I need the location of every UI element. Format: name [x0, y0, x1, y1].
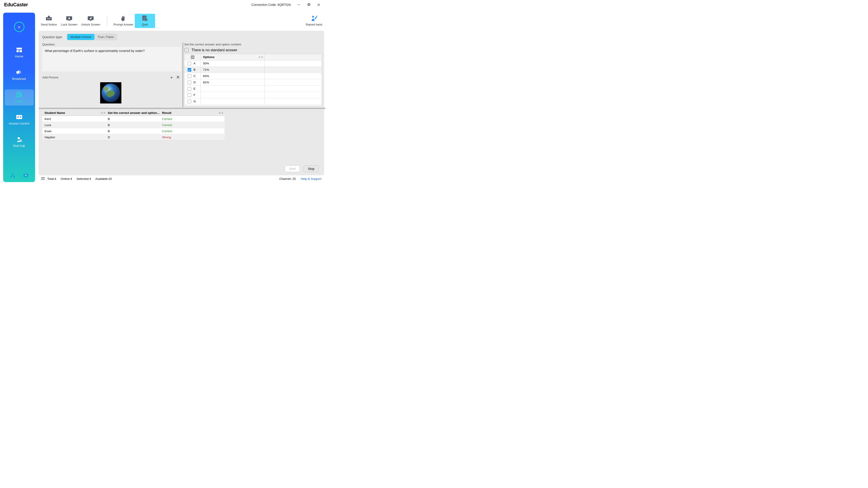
result-name: Haydon — [42, 135, 107, 139]
sidebar-item-home[interactable]: Home — [5, 45, 34, 61]
svg-point-21 — [25, 175, 26, 175]
svg-rect-7 — [20, 50, 22, 52]
earth-image — [101, 84, 120, 102]
column-expand-icon[interactable]: < > — [258, 55, 263, 59]
sidebar-item-roll-call[interactable]: Roll Call — [5, 134, 34, 150]
main-area: Send Notice Lock Screen Unlock Screen Pr… — [35, 9, 326, 183]
tool-prompt-answer[interactable]: Prompt Answer — [112, 14, 135, 28]
tool-unlock-screen[interactable]: Unlock Screen — [79, 14, 102, 28]
exam-icon — [16, 92, 23, 98]
sidebar-item-label: Home — [15, 55, 23, 58]
svg-rect-2 — [308, 4, 310, 5]
status-channel: Channel: 25 — [279, 177, 296, 181]
raised-hand-icon — [310, 15, 318, 22]
start-button[interactable]: Start — [285, 165, 300, 172]
result-row[interactable]: KentBCorrect — [42, 116, 224, 122]
svg-rect-30 — [90, 18, 91, 19]
option-correct-checkbox[interactable] — [188, 62, 191, 65]
qtype-multiple-choice[interactable]: Multiple Choice — [67, 34, 94, 40]
option-correct-checkbox[interactable] — [188, 93, 191, 97]
column-expand-icon[interactable]: < > — [101, 111, 105, 115]
result-answer: D — [107, 135, 162, 139]
window-minimize-button[interactable] — [294, 1, 304, 8]
sidebar-item-label: Access Control — [9, 122, 29, 125]
result-row[interactable]: HaydonDWrong — [42, 134, 224, 140]
tool-quiz[interactable]: 100 Quiz — [135, 14, 155, 28]
user-avatar[interactable]: X — [14, 22, 24, 32]
sidebar-item-access-control[interactable]: Access Control — [5, 112, 34, 128]
option-row[interactable]: F — [184, 92, 322, 98]
svg-rect-17 — [13, 176, 15, 177]
sidebar-item-broadcast[interactable]: Broadcast — [5, 67, 34, 83]
answer-header-label: Set the correct answer and option conten… — [184, 43, 322, 46]
svg-rect-8 — [17, 72, 18, 74]
sidebar: X Home Broadcast Exam Access Control Rol… — [3, 13, 35, 182]
result-answer: B — [107, 123, 162, 127]
option-row[interactable]: D62% — [184, 79, 322, 86]
option-correct-checkbox[interactable] — [188, 80, 191, 84]
status-total: Total:4 — [47, 177, 56, 181]
status-online: Online:4 — [61, 177, 72, 181]
option-value-cell[interactable] — [201, 92, 265, 98]
lock-screen-icon — [65, 15, 73, 22]
svg-rect-1 — [308, 4, 310, 6]
svg-rect-26 — [68, 20, 70, 21]
tool-label: Prompt Answer — [114, 23, 133, 26]
help-support-link[interactable]: Help & Support — [301, 177, 321, 181]
question-label: Question: — [42, 43, 181, 46]
option-row[interactable]: C83% — [184, 73, 322, 79]
option-row[interactable]: G — [184, 98, 322, 105]
tool-lock-screen[interactable]: Lock Screen — [59, 14, 79, 28]
no-standard-answer-label: There is no standard answer — [191, 48, 237, 52]
svg-point-13 — [18, 137, 20, 139]
network-icon[interactable] — [10, 173, 15, 178]
window-maximize-button[interactable] — [304, 1, 314, 8]
option-correct-checkbox[interactable] — [188, 100, 191, 103]
option-letter: E — [193, 87, 195, 90]
no-standard-answer-checkbox[interactable] — [184, 48, 189, 53]
tool-raised-hand[interactable]: Raised hand — [304, 14, 324, 28]
option-row[interactable]: B71% — [184, 67, 322, 73]
result-row[interactable]: EvanBCorrect — [42, 128, 224, 134]
sidebar-item-exam[interactable]: Exam — [5, 90, 34, 105]
question-textarea[interactable]: What percentage of Earth's surface is ap… — [42, 47, 181, 71]
option-letter: G — [193, 100, 196, 103]
option-row[interactable]: A50% — [184, 60, 322, 67]
status-selected: Selected:4 — [76, 177, 91, 181]
option-value-cell[interactable] — [201, 86, 265, 92]
result-row[interactable]: LucaBCorrect — [42, 122, 224, 128]
svg-rect-27 — [68, 18, 70, 19]
results-header-answer: Set the correct answer and option... — [107, 111, 162, 115]
people-icon — [40, 177, 45, 181]
stop-button[interactable]: Stop — [304, 165, 319, 172]
svg-rect-19 — [25, 177, 27, 177]
option-row[interactable]: E — [184, 86, 322, 92]
home-icon — [16, 47, 23, 53]
option-letter: A — [193, 62, 195, 65]
svg-rect-23 — [48, 16, 50, 18]
options-select-all-checkbox[interactable] — [191, 55, 194, 59]
option-correct-checkbox[interactable] — [188, 74, 191, 78]
option-value-cell[interactable]: 83% — [201, 73, 265, 79]
column-expand-icon[interactable]: < > — [219, 111, 223, 115]
tool-send-notice[interactable]: Send Notice — [39, 14, 59, 28]
question-picture-thumbnail[interactable] — [100, 82, 121, 103]
panel-divider — [39, 108, 326, 109]
option-value-cell[interactable]: 62% — [201, 79, 265, 86]
settings-screen-icon[interactable] — [23, 173, 28, 178]
svg-point-37 — [41, 177, 43, 178]
remove-picture-button[interactable]: ✕ — [175, 74, 181, 80]
svg-rect-16 — [10, 176, 12, 177]
sidebar-collapse-handle[interactable] — [35, 31, 37, 34]
window-close-button[interactable] — [314, 1, 324, 8]
add-picture-button[interactable]: ＋ — [168, 74, 175, 80]
option-value-cell[interactable]: 71% — [201, 67, 265, 73]
option-correct-checkbox[interactable] — [188, 68, 191, 72]
app-logo: EduCaster — [4, 2, 28, 8]
unlock-screen-icon — [87, 15, 95, 22]
option-correct-checkbox[interactable] — [188, 87, 191, 91]
results-scrollbar[interactable] — [224, 110, 322, 164]
option-value-cell[interactable] — [201, 98, 265, 104]
qtype-true-false[interactable]: True / False — [94, 34, 117, 40]
option-value-cell[interactable]: 50% — [201, 60, 265, 66]
